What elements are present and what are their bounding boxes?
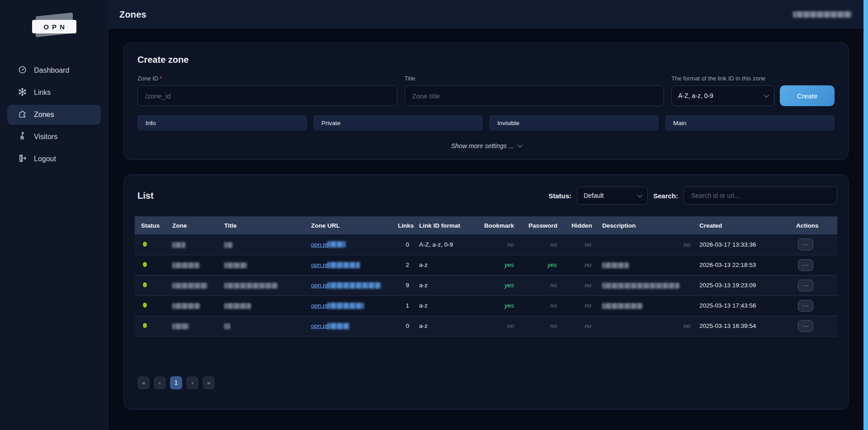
column-header-zone-url: Zone URL (307, 216, 394, 234)
description-no-flag: no (602, 322, 692, 329)
sidebar-item-label: Logout (34, 155, 56, 163)
pagination-prev-button[interactable]: ‹ (154, 376, 166, 389)
create-button[interactable]: Create (780, 85, 835, 106)
column-header-password: Password (525, 216, 568, 234)
actions-cell: ··· (783, 295, 837, 316)
zone-title-label: Title (405, 75, 665, 82)
status-dot (143, 262, 147, 267)
zone-name-redacted (172, 242, 185, 248)
zone-name-redacted (172, 262, 199, 268)
column-header-actions: Actions (783, 216, 837, 234)
sidebar-item-links[interactable]: Links (7, 83, 101, 103)
link-id-format-cell: a-z (413, 316, 476, 336)
zone-id-input[interactable] (137, 85, 397, 106)
toggle-main-button[interactable]: Main (665, 115, 835, 131)
sidebar-item-visitors[interactable]: Visitors (7, 127, 101, 147)
zone-url-link[interactable]: opn.pr (311, 302, 364, 309)
status-filter-select[interactable]: Default (577, 187, 648, 205)
bookmark-flag-cell: yes (476, 295, 525, 316)
logo-text: OPN (32, 20, 76, 33)
password-flag-cell: no (525, 295, 568, 316)
row-actions-button[interactable]: ··· (798, 259, 813, 271)
links-count-cell: 0 (394, 316, 413, 336)
gauge-icon (18, 65, 27, 76)
create-zone-form: Zone ID* Title The format of the link ID… (137, 75, 835, 106)
user-name-redacted[interactable] (793, 11, 852, 18)
zone-url-link[interactable]: opn.pr (311, 241, 345, 248)
pagination-next-button[interactable]: › (186, 376, 198, 389)
sidebar-item-dashboard[interactable]: Dashboard (7, 61, 101, 80)
link-format-select[interactable]: A-Z, a-z, 0-9 (671, 85, 774, 106)
title-cell (221, 275, 307, 295)
zones-table-body: opn.pr0A-Z, a-z, 0-9nononono2026-03-17 1… (135, 234, 837, 336)
link-format-value: A-Z, a-z, 0-9 (678, 92, 713, 99)
description-cell: no (599, 234, 696, 255)
hidden-flag-cell: no (568, 316, 599, 336)
bookmark-flag-cell: no (476, 316, 525, 336)
create-zone-card: Create zone Zone ID* Title The format of… (123, 42, 849, 160)
zone-title-input[interactable] (405, 85, 665, 106)
created-cell: 2026-03-17 13:33:36 (696, 234, 783, 255)
hidden-flag-cell: no (568, 255, 599, 275)
zone-url-link[interactable]: opn.pr (311, 282, 381, 289)
column-header-bookmark: Bookmark (476, 216, 525, 234)
table-header-row: StatusZoneTitleZone URLLinksLink ID form… (135, 216, 837, 234)
zone-url-redacted (327, 323, 349, 329)
status-cell (135, 316, 169, 336)
list-title: List (135, 191, 154, 201)
status-cell (135, 295, 169, 316)
zone-name-redacted (172, 303, 200, 309)
pagination-last-button[interactable]: » (203, 376, 215, 389)
zone-title-redacted (224, 262, 247, 268)
title-cell (221, 295, 307, 316)
pagination-page-1[interactable]: 1 (170, 376, 182, 389)
link-format-label: The format of the link ID in this zone (671, 75, 835, 82)
show-more-settings-link[interactable]: Show more settings ... (137, 142, 835, 150)
search-input[interactable] (684, 187, 837, 205)
chevron-down-icon (637, 192, 642, 197)
scrollbar[interactable] (863, 0, 868, 430)
search-label: Search: (653, 192, 678, 200)
zone-url-link[interactable]: opn.pr (311, 322, 349, 329)
table-row: opn.pr1a-zyesnono2025-03-13 17:43:56··· (135, 295, 837, 316)
toggle-private-button[interactable]: Private (313, 115, 483, 131)
link-id-format-cell: a-z (413, 295, 476, 316)
sidebar-item-label: Visitors (34, 133, 57, 141)
status-dot (143, 323, 147, 328)
description-redacted (602, 303, 642, 309)
zones-table-head: StatusZoneTitleZone URLLinksLink ID form… (135, 216, 837, 234)
zone-id-label: Zone ID* (137, 75, 397, 82)
zone-title-redacted (224, 283, 278, 289)
list-header: List Status: Default Search: (135, 187, 837, 205)
zone-url-cell: opn.pr (307, 234, 394, 255)
column-header-description: Description (599, 216, 696, 234)
table-row: opn.pr0A-Z, a-z, 0-9nononono2026-03-17 1… (135, 234, 837, 255)
zone-title-redacted (224, 242, 232, 248)
row-actions-button[interactable]: ··· (798, 280, 813, 291)
table-row: opn.pr2a-zyesyesno2026-03-13 22:18:53··· (135, 255, 837, 275)
description-cell: no (599, 316, 696, 336)
zone-cell (169, 295, 221, 316)
zones-table: StatusZoneTitleZone URLLinksLink ID form… (135, 216, 837, 337)
zone-cell (169, 316, 221, 336)
pagination: «‹1›» (135, 376, 837, 389)
toggle-info-button[interactable]: Info (137, 115, 307, 131)
sidebar-item-logout[interactable]: Logout (7, 149, 101, 169)
chevron-down-icon (764, 93, 769, 98)
column-header-zone: Zone (169, 216, 221, 234)
row-actions-button[interactable]: ··· (798, 300, 813, 312)
status-dot (143, 303, 147, 308)
description-cell (599, 295, 696, 316)
chevron-down-icon (518, 142, 523, 147)
status-cell (135, 275, 169, 295)
created-cell: 2025-03-13 19:23:09 (696, 275, 783, 295)
sidebar-item-zones[interactable]: Zones (7, 105, 101, 125)
description-no-flag: no (602, 241, 692, 248)
pagination-first-button[interactable]: « (137, 376, 150, 389)
row-actions-button[interactable]: ··· (798, 238, 813, 250)
zone-url-link[interactable]: opn.pr (311, 262, 360, 268)
password-flag-cell: no (525, 234, 568, 255)
toggle-invisible-button[interactable]: Invisible (489, 115, 659, 131)
row-actions-button[interactable]: ··· (798, 320, 813, 332)
required-asterisk: * (160, 75, 162, 82)
